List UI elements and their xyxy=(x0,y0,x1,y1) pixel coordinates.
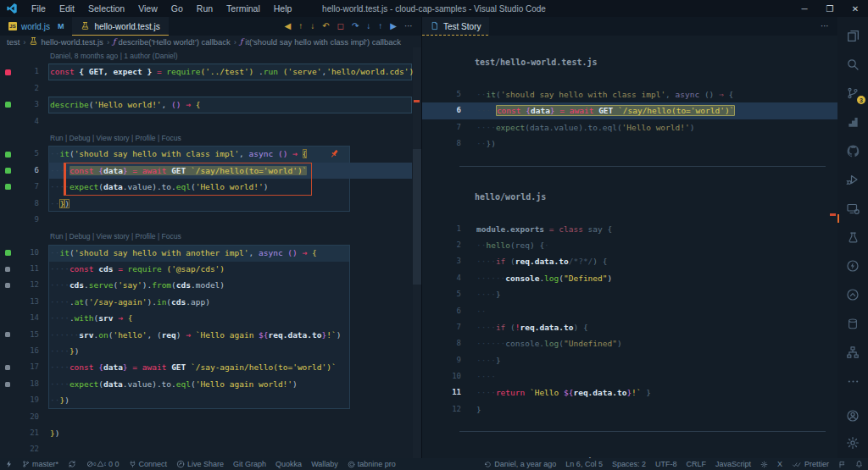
stairs-extension-icon[interactable] xyxy=(844,113,861,130)
run-debug-icon[interactable] xyxy=(844,171,861,188)
code-line[interactable]: 12····cds.serve('say').from(cds.model) xyxy=(0,277,421,293)
code-line[interactable]: 16····}) xyxy=(0,343,421,359)
test-gutter[interactable] xyxy=(0,146,15,162)
codelens[interactable]: Run | Debug | View story | Profile | Foc… xyxy=(0,130,421,146)
code-line[interactable]: 21}) xyxy=(0,425,421,441)
codelens[interactable]: Daniel, 8 months ago | 1 author (Daniel) xyxy=(0,47,421,64)
caret-circle-icon[interactable] xyxy=(844,286,861,303)
test-status-green-icon[interactable] xyxy=(5,102,11,108)
status-blame[interactable]: Daniel, a year ago xyxy=(484,460,556,468)
database-icon[interactable] xyxy=(844,315,861,332)
code-line[interactable]: 3describe('Hello world!', () ⇒ { xyxy=(0,97,421,113)
status-problems[interactable]: 000 0 xyxy=(86,460,120,468)
test-gutter[interactable] xyxy=(0,80,15,97)
status-remote[interactable] xyxy=(5,460,13,468)
more-actions-icon[interactable]: ⋯ xyxy=(404,22,413,30)
line-content[interactable]: ··}) xyxy=(39,196,70,212)
test-status-gray-icon[interactable] xyxy=(5,332,10,337)
test-gutter[interactable] xyxy=(0,343,15,359)
story-code-line[interactable]: 8······console.log("Undefined") xyxy=(422,335,837,351)
test-flask-icon[interactable] xyxy=(844,229,861,246)
code-line[interactable]: 5··it('should say hello with class impl'… xyxy=(0,146,421,162)
story-code-line[interactable]: 11····return `Hello ${req.data.to}!` } xyxy=(422,384,837,401)
status-indentation[interactable]: Spaces: 2 xyxy=(612,460,646,468)
story-code-line[interactable]: 7····expect(data.value).to.eql('Hello wo… xyxy=(422,119,837,135)
test-gutter[interactable] xyxy=(0,327,15,343)
test-status-gray-icon[interactable] xyxy=(5,267,10,272)
test-gutter[interactable] xyxy=(0,179,15,195)
stop-icon[interactable]: ◻ xyxy=(337,22,344,30)
story-code-line[interactable]: 3····if (req.data.to/*?*/) { xyxy=(422,253,837,269)
story-code-line[interactable]: 12} xyxy=(422,401,837,417)
status-quokka[interactable]: Quokka xyxy=(275,460,302,468)
step-into-icon[interactable]: ↓ xyxy=(366,22,370,30)
line-content[interactable] xyxy=(39,80,50,97)
code-line[interactable]: 2 xyxy=(0,80,421,97)
code-line[interactable]: 1const { GET, expect } = require('../tes… xyxy=(0,64,421,80)
line-content[interactable]: ··it('should say hello with class impl',… xyxy=(39,146,307,162)
code-line[interactable]: 13····.at('/say-again').in(cds.app) xyxy=(0,294,421,310)
test-gutter[interactable] xyxy=(0,310,15,326)
line-content[interactable]: ······srv.on('hello', (req) ⇒ `Hello aga… xyxy=(39,327,341,343)
status-cursor-position[interactable]: Ln 6, Col 5 xyxy=(565,460,603,468)
code-line[interactable]: 22 xyxy=(0,441,421,457)
code-line[interactable]: 15······srv.on('hello', (req) ⇒ `Hello a… xyxy=(0,327,421,343)
status-tabnine[interactable]: tabnine pro xyxy=(348,460,396,468)
test-status-red-icon[interactable] xyxy=(5,69,11,75)
line-content[interactable]: ····.with(srv ⇒ { xyxy=(39,310,132,326)
org-chart-icon[interactable] xyxy=(844,344,861,361)
test-status-gray-icon[interactable] xyxy=(5,365,10,370)
test-gutter[interactable] xyxy=(0,441,15,457)
test-gutter[interactable] xyxy=(0,392,15,408)
status-wallaby[interactable]: Wallaby xyxy=(311,460,338,468)
tab-hello-world-test-js[interactable]: hello-world.test.js xyxy=(72,17,168,36)
test-gutter[interactable] xyxy=(0,212,15,228)
status-extension-gear[interactable] xyxy=(760,461,768,468)
test-gutter[interactable] xyxy=(0,113,15,130)
code-line[interactable]: 8··}) xyxy=(0,196,421,212)
breadcrumb-item[interactable]: test xyxy=(7,37,19,47)
menu-terminal[interactable]: Terminal xyxy=(220,3,267,14)
rewind-icon[interactable]: ↶ xyxy=(322,22,329,30)
codelens[interactable]: Run | Debug | View story | Profile | Foc… xyxy=(0,228,421,244)
menu-file[interactable]: File xyxy=(25,3,53,14)
story-code-line[interactable]: 7····if (!req.data.to) { xyxy=(422,319,837,335)
test-gutter[interactable] xyxy=(0,409,15,425)
status-git-graph[interactable]: Git Graph xyxy=(233,460,266,468)
minimize-button[interactable]: ─ xyxy=(792,0,817,17)
status-encoding[interactable]: UTF-8 xyxy=(655,460,677,468)
status-live-share[interactable]: Live Share xyxy=(176,460,224,468)
test-status-green-icon[interactable] xyxy=(5,168,11,174)
line-content[interactable] xyxy=(39,409,50,425)
test-gutter[interactable] xyxy=(0,425,15,441)
code-line[interactable]: 18····expect(data.value).to.eql('Hello a… xyxy=(0,376,421,392)
breadcrumb-item[interactable]: ƒit('should say hello with class impl') … xyxy=(240,37,401,47)
continue-icon[interactable]: ▶ xyxy=(390,22,397,30)
search-icon[interactable] xyxy=(844,56,861,73)
test-gutter[interactable] xyxy=(0,64,15,80)
line-content[interactable]: }) xyxy=(39,425,59,441)
test-story-panel[interactable]: test/hello-world.test.js5··it('should sa… xyxy=(422,36,837,458)
menu-selection[interactable]: Selection xyxy=(81,3,131,14)
line-content[interactable]: ··it('should say hello with another impl… xyxy=(39,245,317,261)
more-icon[interactable] xyxy=(844,373,861,390)
test-status-green-icon[interactable] xyxy=(5,184,11,190)
status-language-mode[interactable]: JavaScript xyxy=(715,460,751,468)
story-code-line[interactable]: 10···· xyxy=(422,368,837,384)
scrollbar-thumb[interactable] xyxy=(413,149,421,285)
line-content[interactable]: ····}) xyxy=(39,343,79,359)
line-content[interactable]: describe('Hello world!', () ⇒ { xyxy=(39,97,200,113)
breadcrumb-item[interactable]: hello-world.test.js xyxy=(29,36,103,47)
story-code-line[interactable]: 9····} xyxy=(422,352,837,368)
explorer-icon[interactable] xyxy=(844,27,861,44)
line-content[interactable]: ····const cds = require ('@sap/cds') xyxy=(39,261,225,277)
line-content[interactable] xyxy=(39,441,50,457)
test-gutter[interactable] xyxy=(0,163,15,179)
tab-world-js[interactable]: JSworld.jsM xyxy=(0,17,72,36)
status-connect[interactable]: Connect xyxy=(129,460,168,468)
test-status-gray-icon[interactable] xyxy=(5,283,10,288)
status-git-branch[interactable]: master* xyxy=(22,460,58,468)
test-status-green-icon[interactable] xyxy=(5,152,11,158)
thunder-client-icon[interactable] xyxy=(844,257,861,274)
line-content[interactable]: ····expect(data.value).to.eql('Hello aga… xyxy=(39,376,298,392)
